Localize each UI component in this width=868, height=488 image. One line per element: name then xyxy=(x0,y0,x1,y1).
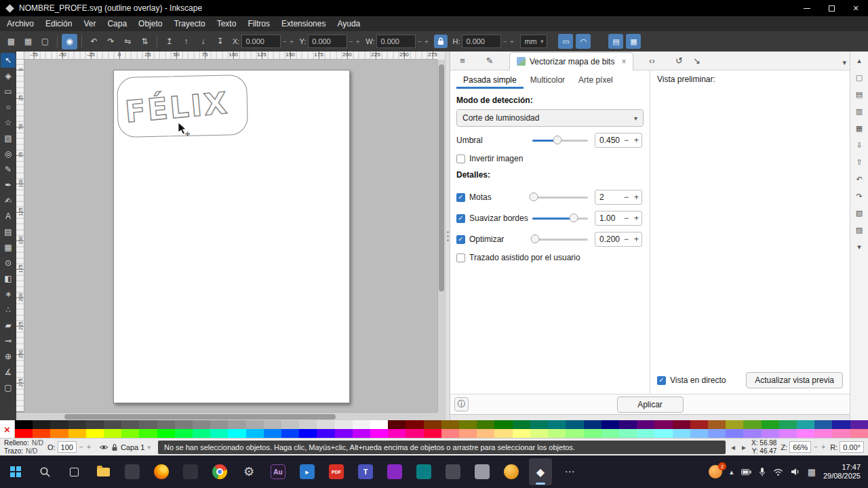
optimizar-value[interactable]: 0.200 xyxy=(595,235,621,244)
color-swatch[interactable] xyxy=(743,429,761,438)
mesh-tool[interactable]: ▦ xyxy=(1,240,16,255)
x-input[interactable]: 0.000 xyxy=(241,35,281,48)
color-swatch[interactable] xyxy=(779,429,797,438)
color-swatch[interactable] xyxy=(353,429,370,438)
color-swatch[interactable] xyxy=(335,429,353,438)
w-increment-button[interactable]: + xyxy=(423,38,429,45)
color-swatch[interactable] xyxy=(388,420,406,429)
horizontal-scrollbar[interactable] xyxy=(16,412,437,420)
search-button[interactable] xyxy=(33,458,56,485)
panel-menu-chevron-icon[interactable]: ▾ xyxy=(842,58,846,67)
optimizar-checkbox[interactable]: ✓ xyxy=(456,235,465,244)
document-page[interactable]: FÉLIX xyxy=(113,70,350,403)
x-decrement-button[interactable]: − xyxy=(281,38,288,45)
canvas[interactable]: FÉLIX ✛ xyxy=(24,60,437,412)
calligraphy-tool[interactable]: ✍ xyxy=(1,193,16,208)
color-swatch[interactable] xyxy=(281,420,299,429)
task-view-button[interactable] xyxy=(62,458,85,485)
maximize-button[interactable] xyxy=(819,0,844,16)
menu-archivo[interactable]: Archivo xyxy=(7,19,34,28)
pencil-tool[interactable]: ✎ xyxy=(1,162,16,177)
color-swatch[interactable] xyxy=(637,420,654,429)
assisted-checkbox[interactable]: ✓ xyxy=(456,253,465,262)
color-swatch[interactable] xyxy=(477,429,494,438)
select-all-button[interactable]: ▩ xyxy=(3,34,19,49)
touch-keyboard-icon[interactable]: ▦ xyxy=(808,467,816,477)
menu-texto[interactable]: Texto xyxy=(217,19,237,28)
close-button[interactable]: × xyxy=(844,0,868,16)
color-swatch[interactable] xyxy=(104,420,121,429)
zoom-decrement-button[interactable]: − xyxy=(813,443,818,451)
slider-thumb[interactable] xyxy=(531,235,540,243)
open-document-icon[interactable]: ▤ xyxy=(853,89,865,100)
color-swatch[interactable] xyxy=(317,420,334,429)
settings-button[interactable]: ⚙ xyxy=(237,458,260,485)
raise-to-top-button[interactable]: ↥ xyxy=(161,34,177,49)
color-swatch[interactable] xyxy=(584,420,601,429)
color-swatch[interactable] xyxy=(548,420,566,429)
color-swatch[interactable] xyxy=(601,429,619,438)
raise-button[interactable]: ↑ xyxy=(178,34,194,49)
color-swatch[interactable] xyxy=(68,429,86,438)
color-swatch[interactable] xyxy=(281,429,299,438)
h-decrement-button[interactable]: − xyxy=(502,38,508,45)
menu-ayuda[interactable]: Ayuda xyxy=(337,19,360,28)
no-color-swatch[interactable]: × xyxy=(0,420,15,438)
app-blue-arrow[interactable]: ▸ xyxy=(296,458,319,485)
detection-mode-dropdown[interactable]: Corte de luminosidad ▾ xyxy=(456,109,644,127)
scale-gradients-toggle[interactable]: ▤ xyxy=(608,34,623,49)
star-tool[interactable]: ☆ xyxy=(1,115,16,130)
optimizar-slider[interactable] xyxy=(532,234,588,245)
color-swatch[interactable] xyxy=(850,420,868,429)
motas-value[interactable]: 2 xyxy=(595,192,621,202)
color-swatch[interactable] xyxy=(619,429,637,438)
touch-selection-toggle[interactable]: ◉ xyxy=(62,34,77,49)
menu-ver[interactable]: Ver xyxy=(83,19,96,28)
live-preview-checkbox[interactable]: ✓ xyxy=(657,376,666,385)
wifi-icon[interactable] xyxy=(773,468,783,476)
motas-checkbox[interactable]: ✓ xyxy=(456,193,465,202)
save-document-icon[interactable]: ▥ xyxy=(853,106,865,117)
color-swatch[interactable] xyxy=(637,429,654,438)
menu-trayecto[interactable]: Trayecto xyxy=(174,19,205,28)
rotate-90-ccw-button[interactable]: ↶ xyxy=(86,34,102,49)
umbral-slider[interactable] xyxy=(532,135,588,146)
app-dimmed[interactable] xyxy=(441,458,465,485)
export-icon[interactable]: ⇧ xyxy=(853,157,865,167)
color-swatch[interactable] xyxy=(494,420,512,429)
motas-decrement-button[interactable]: − xyxy=(621,192,631,202)
scale-patterns-toggle[interactable]: ▦ xyxy=(626,34,641,49)
color-swatch[interactable] xyxy=(814,420,832,429)
color-swatch[interactable] xyxy=(15,420,33,429)
ellipse-tool[interactable]: ○ xyxy=(1,100,16,115)
vertical-scrollbar-thumb[interactable] xyxy=(439,64,444,291)
color-swatch[interactable] xyxy=(50,420,68,429)
color-swatch[interactable] xyxy=(210,429,228,438)
lower-button[interactable]: ↓ xyxy=(195,34,211,49)
color-swatch[interactable] xyxy=(654,429,672,438)
opacity-decrement-button[interactable]: − xyxy=(79,443,84,451)
export-panel-icon[interactable]: ↘ xyxy=(688,52,705,68)
menu-edici-n[interactable]: Edición xyxy=(45,19,72,28)
umbral-increment-button[interactable]: + xyxy=(631,136,642,145)
color-swatch[interactable] xyxy=(459,429,477,438)
spiral-tool[interactable]: ◎ xyxy=(1,146,16,161)
color-swatch[interactable] xyxy=(530,420,548,429)
color-swatch[interactable] xyxy=(690,420,708,429)
flip-horizontal-button[interactable]: ⇋ xyxy=(120,34,136,49)
connector-tool[interactable]: ⊸ xyxy=(1,333,16,348)
color-swatch[interactable] xyxy=(406,429,423,438)
color-swatch[interactable] xyxy=(193,420,210,429)
paint-bucket-tool[interactable]: ◧ xyxy=(1,271,16,286)
y-increment-button[interactable]: + xyxy=(355,38,361,45)
zoom-tool[interactable]: ⊕ xyxy=(1,349,16,364)
file-explorer-button[interactable] xyxy=(92,458,115,485)
suavizar-value[interactable]: 1.00 xyxy=(595,214,621,223)
color-swatch[interactable] xyxy=(494,429,512,438)
w-input[interactable]: 0.000 xyxy=(376,35,416,48)
color-swatch[interactable] xyxy=(673,420,690,429)
motas-increment-button[interactable]: + xyxy=(631,192,642,202)
color-swatch[interactable] xyxy=(779,420,797,429)
color-swatch[interactable] xyxy=(548,429,566,438)
color-swatch[interactable] xyxy=(33,420,50,429)
